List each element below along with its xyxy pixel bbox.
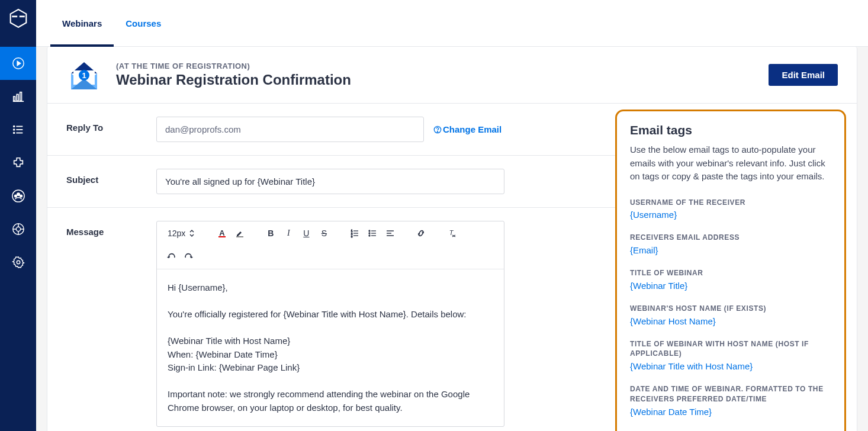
svg-point-46 — [369, 233, 370, 234]
tags-title: Email tags — [630, 123, 831, 137]
reply-to-label: Reply To — [66, 117, 144, 133]
strike-button[interactable]: S — [316, 225, 332, 242]
svg-point-17 — [17, 193, 20, 196]
svg-point-21 — [16, 227, 20, 231]
tag-label: RECEIVERS EMAIL ADDRESS — [630, 233, 831, 243]
sidebar-item-list[interactable] — [0, 113, 36, 146]
font-size-select[interactable]: 12px — [163, 226, 200, 240]
svg-point-44 — [369, 230, 370, 231]
tag-group: TITLE OF WEBINAR{Webinar Title} — [630, 268, 831, 291]
sidebar — [0, 0, 36, 431]
svg-point-48 — [369, 235, 370, 236]
svg-point-18 — [14, 195, 17, 197]
ordered-list-button[interactable]: 123 — [346, 225, 363, 242]
link-button[interactable] — [413, 225, 429, 242]
svg-point-10 — [13, 126, 14, 127]
tag-label: USERNAME OF THE RECEIVER — [630, 198, 831, 208]
brand-logo — [0, 0, 36, 36]
email-card: 1 (AT THE TIME OF REGISTRATION) Webinar … — [47, 47, 857, 431]
sidebar-item-analytics[interactable] — [0, 80, 36, 113]
tag-label: WEBINAR'S HOST NAME (IF EXISTS) — [630, 304, 831, 314]
tab-webinars[interactable]: Webinars — [50, 0, 114, 47]
svg-point-14 — [13, 133, 14, 134]
svg-rect-37 — [236, 236, 243, 237]
tag-value[interactable]: {Webinar Title with Host Name} — [630, 361, 831, 371]
message-label: Message — [66, 221, 144, 237]
svg-point-12 — [13, 129, 14, 130]
change-email-link[interactable]: Change Email — [433, 124, 501, 134]
sidebar-item-integrations[interactable] — [0, 146, 36, 179]
editor-toolbar: 12px A — [157, 221, 504, 269]
tag-group: RECEIVERS EMAIL ADDRESS{Email} — [630, 233, 831, 255]
top-nav: Webinars Courses — [36, 0, 868, 47]
tag-value[interactable]: {Webinar Host Name} — [630, 316, 831, 326]
svg-rect-8 — [20, 92, 21, 101]
text-color-button[interactable]: A — [214, 225, 230, 242]
svg-text:A: A — [220, 229, 226, 237]
envelope-icon: 1 — [66, 59, 102, 91]
clear-format-button[interactable]: T — [443, 225, 460, 242]
svg-rect-7 — [17, 94, 18, 101]
svg-rect-3 — [19, 15, 24, 17]
underline-button[interactable]: U — [298, 225, 314, 242]
reply-to-input[interactable] — [156, 117, 424, 142]
tag-group: DATE AND TIME OF WEBINAR. FORMATTED TO T… — [630, 384, 831, 417]
tag-label: TITLE OF WEBINAR — [630, 268, 831, 278]
italic-button[interactable]: I — [280, 225, 297, 242]
tag-group: WEBINAR'S HOST NAME (IF EXISTS){Webinar … — [630, 304, 831, 326]
svg-point-26 — [17, 260, 20, 264]
svg-point-34 — [437, 131, 438, 131]
editor-body[interactable]: Hi {Username}, You're officially registe… — [157, 269, 504, 426]
help-circle-icon — [433, 126, 442, 134]
svg-text:3: 3 — [351, 235, 353, 238]
edit-email-button[interactable]: Edit Email — [769, 64, 838, 86]
tag-label: TITLE OF WEBINAR WITH HOST NAME (HOST IF… — [630, 339, 831, 359]
select-arrows-icon — [189, 229, 195, 237]
tag-group: TITLE OF WEBINAR WITH HOST NAME (HOST IF… — [630, 339, 831, 372]
header-meta: (AT THE TIME OF REGISTRATION) — [116, 62, 754, 70]
tag-value[interactable]: {Email} — [630, 245, 831, 255]
highlight-button[interactable] — [232, 225, 248, 242]
svg-rect-6 — [13, 97, 15, 101]
svg-rect-36 — [218, 236, 226, 237]
tag-value[interactable]: {Username} — [630, 210, 831, 220]
sidebar-item-webinars[interactable] — [0, 47, 36, 80]
subject-input[interactable] — [156, 169, 504, 194]
svg-marker-5 — [17, 61, 21, 65]
unordered-list-button[interactable] — [364, 225, 381, 242]
tab-courses[interactable]: Courses — [114, 0, 173, 47]
redo-button[interactable] — [181, 249, 197, 265]
subject-label: Subject — [66, 169, 144, 185]
align-button[interactable] — [382, 225, 398, 242]
header-title: Webinar Registration Confirmation — [116, 72, 754, 88]
sidebar-item-users[interactable] — [0, 179, 36, 213]
tag-value[interactable]: {Webinar Date Time} — [630, 407, 831, 417]
tag-label: DATE AND TIME OF WEBINAR. FORMATTED TO T… — [630, 384, 831, 404]
bold-button[interactable]: B — [262, 225, 279, 242]
rich-text-editor: 12px A — [156, 221, 504, 427]
svg-text:1: 1 — [82, 71, 86, 80]
tag-group: USERNAME OF THE RECEIVER{Username} — [630, 198, 831, 220]
undo-button[interactable] — [163, 249, 179, 265]
tags-description: Use the below email tags to auto-populat… — [630, 143, 831, 184]
sidebar-item-settings[interactable] — [0, 246, 36, 279]
svg-rect-2 — [12, 15, 17, 17]
tag-value[interactable]: {Webinar Title} — [630, 281, 831, 291]
svg-point-19 — [20, 195, 22, 197]
sidebar-item-help[interactable] — [0, 213, 36, 246]
email-tags-panel: Email tags Use the below email tags to a… — [615, 110, 846, 431]
